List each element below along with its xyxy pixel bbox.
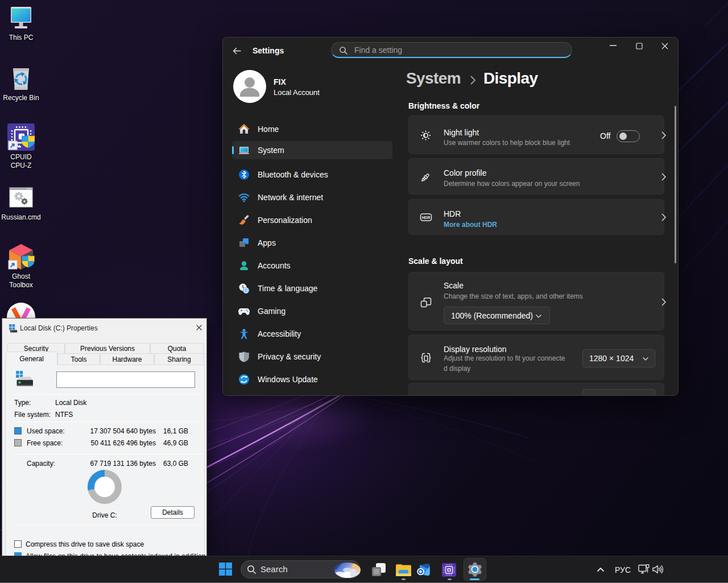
svg-text:HDR: HDR (422, 216, 431, 220)
